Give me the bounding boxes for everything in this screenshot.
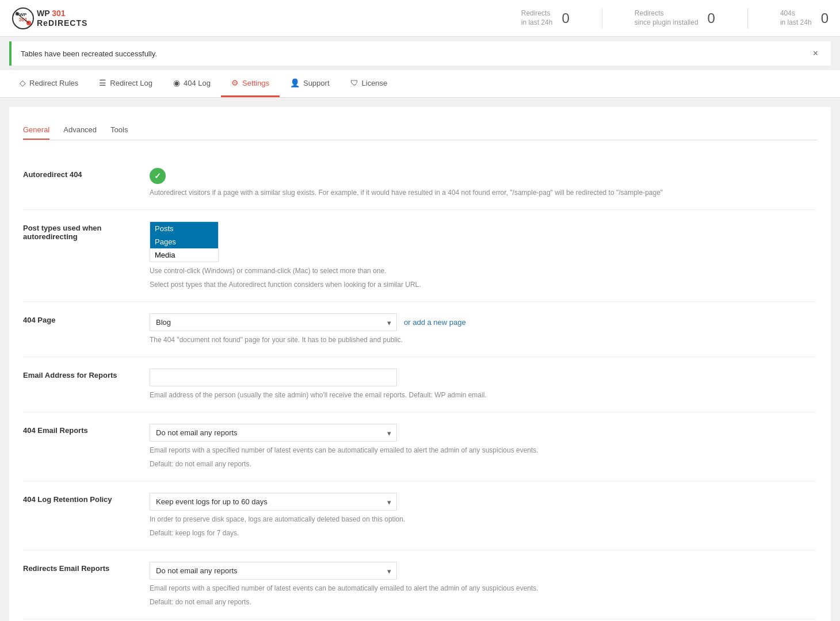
page-404-label: 404 Page bbox=[23, 313, 150, 324]
page-404-content: Blog Sample Page or add a new page The 4… bbox=[150, 313, 817, 345]
redirects-email-select[interactable]: Do not email any reports Last 10 events … bbox=[150, 562, 397, 580]
svg-text:301: 301 bbox=[18, 17, 27, 22]
support-icon: 👤 bbox=[290, 78, 300, 87]
log-retention-404-desc1: In order to preserve disk space, logs ar… bbox=[150, 514, 817, 524]
redirects-email-content: Do not email any reports Last 10 events … bbox=[150, 562, 817, 607]
tab-404-log[interactable]: ◉ 404 Log bbox=[163, 70, 221, 97]
logo-wp-text: WP bbox=[37, 9, 49, 18]
redirects-email-desc1: Email reports with a specified number of… bbox=[150, 583, 817, 593]
log-retention-404-label: 404 Log Retention Policy bbox=[23, 493, 150, 504]
subtab-tools[interactable]: Tools bbox=[110, 121, 128, 140]
redirects-email-row: Redirects Email Reports Do not email any… bbox=[23, 550, 817, 619]
stat-redirects-24h-sublabel: in last 24h bbox=[521, 18, 553, 28]
header: WP 301 WP 301 ReDIRECTS Redirects in las… bbox=[0, 0, 840, 37]
email-address-label: Email Address for Reports bbox=[23, 369, 150, 379]
email-404-select[interactable]: Do not email any reports Last 10 events … bbox=[150, 424, 397, 442]
post-types-row: Post types used when autoredirecting Pos… bbox=[23, 210, 817, 302]
tab-settings-label: Settings bbox=[242, 79, 269, 87]
tab-settings[interactable]: ⚙ Settings bbox=[221, 70, 280, 97]
notice-text: Tables have been recreated successfully. bbox=[21, 49, 157, 58]
stat-404s-label: 404s bbox=[780, 9, 812, 18]
license-icon: 🛡 bbox=[350, 78, 358, 87]
post-types-desc1: Use control-click (Windows) or command-c… bbox=[150, 266, 817, 276]
redirects-email-select-wrap: Do not email any reports Last 10 events … bbox=[150, 562, 397, 580]
stat-404s: 404s in last 24h 0 bbox=[780, 9, 828, 27]
tab-redirect-rules[interactable]: ◇ Redirect Rules bbox=[9, 70, 89, 97]
stat-redirects-24h-label: Redirects bbox=[521, 9, 553, 18]
email-404-row: 404 Email Reports Do not email any repor… bbox=[23, 412, 817, 481]
redirect-rules-icon: ◇ bbox=[20, 78, 26, 87]
post-types-select[interactable]: Posts Pages Media bbox=[150, 221, 219, 262]
tab-redirect-log[interactable]: ☰ Redirect Log bbox=[89, 70, 163, 97]
redirects-email-label: Redirects Email Reports bbox=[23, 562, 150, 573]
autoredirect-label: Autoredirect 404 bbox=[23, 168, 150, 179]
tab-license[interactable]: 🛡 License bbox=[340, 70, 398, 97]
stat-redirects-24h: Redirects in last 24h 0 bbox=[521, 9, 570, 27]
sub-tabs: General Advanced Tools bbox=[23, 121, 817, 140]
main-content: General Advanced Tools Autoredirect 404 … bbox=[9, 107, 831, 621]
email-404-desc1: Email reports with a specified number of… bbox=[150, 445, 817, 455]
add-new-page-link[interactable]: or add a new page bbox=[404, 318, 466, 327]
page-404-desc: The 404 "document not found" page for yo… bbox=[150, 335, 817, 345]
stat-separator-1 bbox=[602, 8, 602, 29]
post-types-label: Post types used when autoredirecting bbox=[23, 221, 150, 241]
page-404-select[interactable]: Blog Sample Page bbox=[150, 313, 397, 331]
logo-icon: WP 301 bbox=[12, 7, 35, 30]
email-address-input[interactable] bbox=[150, 369, 397, 386]
email-address-desc: Email address of the person (usually the… bbox=[150, 390, 817, 400]
logo-redirects-text: ReDIRECTS bbox=[37, 18, 87, 28]
logo-301-text: 301 bbox=[52, 9, 65, 18]
tab-support[interactable]: 👤 Support bbox=[280, 70, 340, 97]
option-media: Media bbox=[150, 248, 218, 262]
stat-redirects-total-value: 0 bbox=[708, 10, 715, 26]
log-retention-404-row: 404 Log Retention Policy Keep event logs… bbox=[23, 481, 817, 550]
settings-icon: ⚙ bbox=[231, 78, 239, 87]
stat-404s-value: 0 bbox=[821, 10, 828, 26]
email-404-label: 404 Email Reports bbox=[23, 424, 150, 435]
log-retention-404-select[interactable]: Keep event logs for up to 60 days Keep e… bbox=[150, 493, 397, 511]
autoredirect-toggle[interactable] bbox=[150, 168, 166, 184]
stat-404s-sublabel: in last 24h bbox=[780, 18, 812, 28]
redirect-log-icon: ☰ bbox=[99, 78, 106, 87]
subtab-general[interactable]: General bbox=[23, 121, 49, 140]
redirects-email-desc2: Default: do not email any reports. bbox=[150, 597, 817, 607]
tab-404-log-label: 404 Log bbox=[184, 79, 211, 87]
notice-close-button[interactable]: × bbox=[810, 47, 822, 60]
stat-redirects-total-label: Redirects bbox=[635, 9, 698, 18]
option-pages: Pages bbox=[150, 235, 218, 248]
logo: WP 301 WP 301 ReDIRECTS bbox=[12, 7, 87, 30]
404-log-icon: ◉ bbox=[173, 78, 180, 87]
page-404-select-row: Blog Sample Page or add a new page bbox=[150, 313, 817, 331]
email-address-content: Email address of the person (usually the… bbox=[150, 369, 817, 400]
tab-redirect-log-label: Redirect Log bbox=[110, 79, 152, 87]
autoredirect-row: Autoredirect 404 Autoredirect visitors i… bbox=[23, 156, 817, 210]
subtab-advanced[interactable]: Advanced bbox=[63, 121, 97, 140]
tab-redirect-rules-label: Redirect Rules bbox=[29, 79, 78, 87]
tab-license-label: License bbox=[362, 79, 388, 87]
post-types-desc2: Select post types that the Autoredirect … bbox=[150, 279, 817, 290]
stat-redirects-24h-value: 0 bbox=[562, 10, 569, 26]
email-address-row: Email Address for Reports Email address … bbox=[23, 357, 817, 412]
stat-redirects-total: Redirects since plugin installed 0 bbox=[635, 9, 715, 27]
log-retention-404-content: Keep event logs for up to 60 days Keep e… bbox=[150, 493, 817, 538]
email-404-content: Do not email any reports Last 10 events … bbox=[150, 424, 817, 469]
tab-support-label: Support bbox=[303, 79, 330, 87]
page-404-select-wrap: Blog Sample Page bbox=[150, 313, 397, 331]
post-types-content: Posts Pages Media Use control-click (Win… bbox=[150, 221, 817, 290]
stat-separator-2 bbox=[747, 8, 748, 29]
email-404-select-wrap: Do not email any reports Last 10 events … bbox=[150, 424, 397, 442]
page-404-row: 404 Page Blog Sample Page or add a new p… bbox=[23, 302, 817, 357]
header-stats: Redirects in last 24h 0 Redirects since … bbox=[521, 8, 828, 29]
autoredirect-content: Autoredirect visitors if a page with a s… bbox=[150, 168, 817, 198]
stat-redirects-total-sublabel: since plugin installed bbox=[635, 18, 698, 28]
log-retention-404-desc2: Default: keep logs for 7 days. bbox=[150, 528, 817, 538]
autoredirect-desc: Autoredirect visitors if a page with a s… bbox=[150, 187, 817, 198]
email-404-desc2: Default: do not email any reports. bbox=[150, 459, 817, 469]
success-notice: Tables have been recreated successfully.… bbox=[9, 41, 831, 66]
log-retention-404-select-wrap: Keep event logs for up to 60 days Keep e… bbox=[150, 493, 397, 511]
nav-tabs: ◇ Redirect Rules ☰ Redirect Log ◉ 404 Lo… bbox=[0, 70, 840, 98]
option-posts: Posts bbox=[150, 222, 218, 235]
